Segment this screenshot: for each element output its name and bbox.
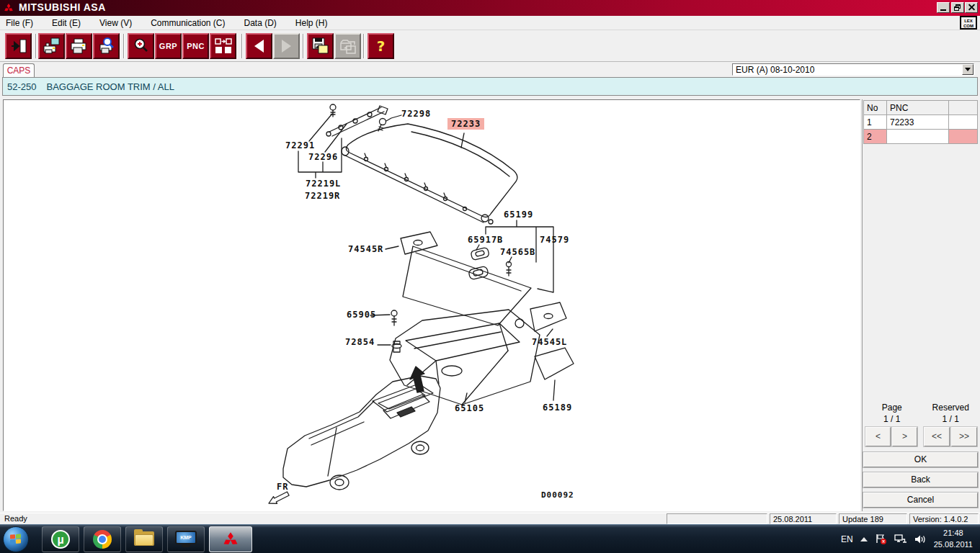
- title-bar: MITSUBISHI ASA: [0, 0, 980, 16]
- parts-layout-button[interactable]: [210, 33, 236, 59]
- reserved-first-button[interactable]: <<: [924, 427, 950, 446]
- menu-edit[interactable]: Edit (E): [52, 18, 81, 28]
- cell-extra-1[interactable]: [949, 115, 978, 130]
- ok-button[interactable]: OK: [863, 452, 978, 467]
- pager-values: 1 / 1 1 / 1: [863, 414, 980, 424]
- catalog-select[interactable]: EUR (A) 08-10-2010: [732, 63, 974, 76]
- close-icon: [968, 4, 975, 11]
- restore-icon: [954, 4, 961, 11]
- print-button[interactable]: [66, 33, 92, 59]
- mitsubishi-icon: [221, 531, 240, 548]
- close-button[interactable]: [965, 2, 978, 13]
- menu-file[interactable]: File (F): [6, 18, 33, 28]
- tray-time: 21:48: [934, 528, 973, 539]
- grp-button[interactable]: GRP: [155, 33, 182, 59]
- part-label-65905[interactable]: 65905: [347, 310, 376, 320]
- cell-pnc-2[interactable]: [887, 130, 949, 144]
- show-hidden-icons-icon[interactable]: [860, 537, 868, 541]
- part-label-65189[interactable]: 65189: [543, 403, 572, 413]
- zoom-icon: [133, 37, 150, 55]
- toolbar-separator: [241, 34, 243, 58]
- reserved-label: Reserved: [922, 403, 980, 413]
- pnc-button[interactable]: PNC: [182, 33, 209, 59]
- back-arrow-icon: [254, 40, 264, 53]
- part-label-72219L[interactable]: 72219L: [306, 179, 341, 189]
- cell-no-1[interactable]: 1: [864, 115, 887, 130]
- page-prev-button[interactable]: <: [865, 427, 891, 446]
- taskbar-explorer-button[interactable]: [125, 526, 163, 552]
- drawing-code: D00092: [541, 490, 574, 500]
- tab-row: CAPS EUR (A) 08-10-2010: [0, 62, 980, 77]
- part-label-74565B[interactable]: 74565B: [500, 247, 535, 257]
- status-version: Version: 1.4.0.2: [909, 513, 979, 524]
- cell-extra-2[interactable]: [949, 130, 978, 144]
- menu-help[interactable]: Help (H): [295, 18, 328, 28]
- cell-no-2[interactable]: 2: [864, 130, 887, 144]
- diagram-area: FR D00092 72298 72233 72291 72296 72219L…: [3, 99, 860, 511]
- network-icon[interactable]: [894, 534, 907, 545]
- tray-clock[interactable]: 21:48 25.08.2011: [934, 528, 973, 551]
- reserved-last-button[interactable]: >>: [951, 427, 977, 446]
- kmplayer-icon: KMP: [175, 531, 197, 548]
- taskbar-chrome-button[interactable]: [84, 526, 121, 552]
- part-label-72233-highlighted[interactable]: 72233: [447, 118, 484, 130]
- print-preview-button[interactable]: [93, 33, 120, 59]
- pager-labels: Page Reserved: [863, 403, 980, 413]
- taskbar-mitsubishi-asa-button[interactable]: [209, 526, 252, 552]
- parts-layout-icon: [215, 37, 232, 55]
- action-center-flag-icon[interactable]: [875, 534, 887, 545]
- exit-button[interactable]: [5, 33, 32, 59]
- page-value: 1 / 1: [863, 414, 922, 424]
- taskbar-kmplayer-button[interactable]: KMP: [167, 526, 205, 552]
- toolbar: GRP PNC ?: [0, 30, 980, 62]
- taskbar-utorrent-button[interactable]: µ: [42, 526, 79, 552]
- fr-label: FR: [277, 482, 288, 492]
- section-header: 52-250 BAGGAGE ROOM TRIM / ALL: [2, 77, 978, 96]
- dropdown-button[interactable]: [962, 64, 974, 75]
- part-label-65199[interactable]: 65199: [504, 210, 533, 220]
- part-label-72219R[interactable]: 72219R: [305, 191, 340, 201]
- back-nav-button[interactable]: Back: [863, 472, 978, 487]
- part-label-74545R[interactable]: 74545R: [348, 244, 383, 254]
- start-button[interactable]: [3, 526, 29, 552]
- part-label-74545L[interactable]: 74545L: [532, 337, 567, 347]
- volume-icon[interactable]: [914, 534, 927, 545]
- tab-caps[interactable]: CAPS: [3, 63, 35, 77]
- status-text: Ready: [4, 514, 27, 523]
- print-setup-button[interactable]: [38, 33, 65, 59]
- menu-data[interactable]: Data (D): [244, 18, 277, 28]
- part-label-74579[interactable]: 74579: [540, 235, 569, 245]
- taskbar: µ KMP EN: [0, 524, 980, 553]
- folder-icon: [134, 531, 154, 547]
- part-label-72854[interactable]: 72854: [345, 337, 375, 347]
- parts-table: No PNC 1 72233 2: [863, 100, 978, 144]
- minimize-button[interactable]: [937, 2, 950, 13]
- print-icon: [70, 37, 89, 55]
- chevron-down-icon: [965, 68, 971, 71]
- forward-button: [273, 33, 300, 59]
- part-label-65105[interactable]: 65105: [455, 403, 484, 413]
- menu-communication[interactable]: Communication (C): [151, 18, 225, 28]
- help-button[interactable]: ?: [368, 33, 394, 59]
- table-row[interactable]: 1 72233: [864, 115, 978, 130]
- menu-bar: File (F) Edit (E) View (V) Communication…: [0, 16, 980, 30]
- forward-arrow-icon: [282, 40, 291, 53]
- zoom-button[interactable]: [128, 33, 154, 59]
- part-label-72296[interactable]: 72296: [308, 152, 338, 162]
- menu-view[interactable]: View (V): [99, 18, 132, 28]
- language-indicator[interactable]: EN: [841, 534, 853, 544]
- part-label-72298[interactable]: 72298: [401, 109, 431, 119]
- catalog-select-value: EUR (A) 08-10-2010: [736, 65, 814, 75]
- status-date: 25.08.2011: [770, 513, 837, 524]
- part-label-65917B[interactable]: 65917B: [468, 235, 503, 245]
- save-note-button[interactable]: [307, 33, 334, 59]
- cancel-button[interactable]: Cancel: [863, 493, 978, 508]
- back-button[interactable]: [246, 33, 272, 59]
- page-next-button[interactable]: >: [892, 427, 917, 446]
- part-label-72291[interactable]: 72291: [285, 140, 315, 150]
- restore-button[interactable]: [951, 2, 964, 13]
- table-row-selected[interactable]: 2: [864, 130, 978, 144]
- cell-pnc-1[interactable]: 72233: [887, 115, 949, 130]
- load-note-button: [334, 33, 361, 59]
- utorrent-icon: µ: [51, 530, 70, 549]
